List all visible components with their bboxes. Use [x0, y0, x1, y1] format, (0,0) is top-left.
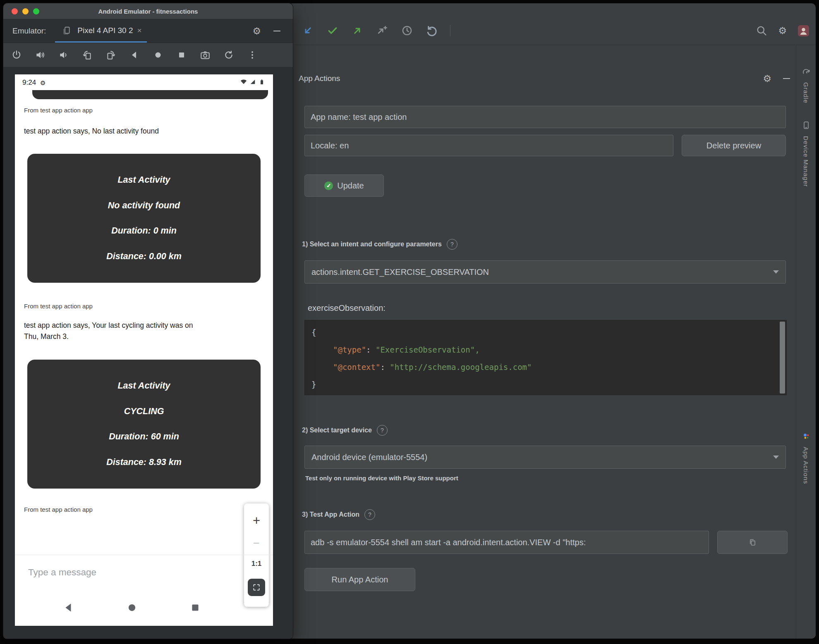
snapshot-icon[interactable]	[223, 49, 235, 61]
tool-tab-app-actions[interactable]: App Actions	[796, 429, 816, 484]
status-gear-icon: ⚙	[40, 80, 46, 86]
tab-row-icons: ⚙	[252, 26, 284, 36]
code-string: "http://schema.googleapis.com"	[390, 363, 532, 372]
studio-main-toolbar	[301, 17, 450, 44]
tool-tab-device-manager[interactable]: Device Manager	[796, 119, 816, 187]
push-arrow-icon[interactable]	[351, 24, 364, 37]
minimize-window-button[interactable]	[22, 8, 29, 14]
run-app-action-label: Run App Action	[332, 575, 388, 584]
card-line: Distance: 0.00 km	[106, 251, 182, 262]
update-button[interactable]: ✓ Update	[304, 174, 384, 197]
search-icon[interactable]	[755, 24, 768, 37]
adb-command-field[interactable]	[304, 531, 709, 554]
gradle-tab-label: Gradle	[802, 82, 809, 103]
emulator-label: Emulator:	[12, 26, 46, 36]
chevron-down-icon	[773, 456, 779, 459]
intent-dropdown[interactable]: actions.intent.GET_EXERCISE_OBSERVATION	[304, 260, 786, 284]
volume-up-icon[interactable]	[34, 49, 46, 61]
message-from-label: From test app action app	[24, 506, 93, 513]
device-note: Test only on running device with Play St…	[305, 475, 458, 482]
pull-down-arrow-icon[interactable]	[301, 24, 314, 37]
delete-preview-button[interactable]: Delete preview	[682, 135, 786, 156]
close-icon[interactable]: ×	[137, 26, 141, 35]
last-activity-card: Last Activity No activity found Duration…	[27, 154, 261, 283]
device-frame-icon	[60, 24, 73, 37]
settings-gear-icon[interactable]: ⚙	[778, 26, 787, 36]
editor-scrollbar[interactable]	[780, 322, 785, 394]
device-manager-tab-label: Device Manager	[802, 136, 809, 187]
rotate-right-icon[interactable]	[105, 49, 117, 61]
undo-icon[interactable]	[425, 24, 438, 37]
app-actions-tab-label: App Actions	[802, 447, 809, 484]
code-line: {	[311, 324, 774, 341]
emulator-minimize-icon[interactable]	[273, 31, 280, 32]
card-line: No activity found	[108, 200, 180, 211]
intent-dropdown-value: actions.intent.GET_EXERCISE_OBSERVATION	[311, 267, 489, 277]
phone-status-bar: 9:24 ⚙	[15, 74, 273, 91]
push-new-arrow-icon[interactable]	[376, 24, 389, 37]
emulator-control-toolbar	[3, 43, 293, 67]
emulator-settings-gear-icon[interactable]: ⚙	[252, 26, 261, 36]
gradle-elephant-icon	[800, 65, 813, 78]
window-title: Android Emulator - fitnessactions	[3, 8, 293, 15]
tool-tab-gradle[interactable]: Gradle	[796, 65, 816, 103]
fit-to-window-button[interactable]	[248, 579, 265, 596]
avatar[interactable]	[797, 24, 810, 37]
more-options-icon[interactable]	[247, 49, 258, 61]
last-activity-card: Last Activity CYCLING Duration: 60 min D…	[27, 360, 261, 489]
tab-pixel-4-api-30[interactable]: Pixel 4 API 30 2 ×	[55, 19, 146, 43]
panel-minimize-icon[interactable]	[783, 78, 790, 79]
status-time: 9:24	[22, 79, 36, 87]
screenshot-root: ⚙ App Actions ⚙ Delete preview ✓ Update …	[0, 0, 819, 644]
emulator-window: Android Emulator - fitnessactions Emulat…	[3, 3, 293, 639]
emulator-body: 9:24 ⚙ From test app action app test app…	[3, 67, 293, 639]
message-input[interactable]	[27, 559, 207, 586]
message-input-divider	[15, 555, 273, 555]
volume-down-icon[interactable]	[58, 49, 69, 61]
rotate-left-icon[interactable]	[81, 49, 93, 61]
section-3-help-icon[interactable]: ?	[364, 509, 375, 520]
emulator-titlebar: Android Emulator - fitnessactions	[3, 3, 293, 19]
zoom-in-button[interactable]: +	[253, 514, 260, 527]
locale-field[interactable]	[304, 135, 673, 156]
nav-overview-icon[interactable]	[189, 601, 201, 614]
wifi-icon	[240, 78, 247, 87]
message-text: test app action says, No last activity f…	[24, 126, 159, 137]
overview-icon[interactable]	[176, 49, 187, 61]
section-1-help-icon[interactable]: ?	[447, 239, 457, 250]
nav-home-icon[interactable]	[126, 601, 138, 614]
phone-screen: 9:24 ⚙ From test app action app test app…	[15, 74, 273, 626]
close-window-button[interactable]	[12, 8, 18, 14]
studio-toolbar-right: ⚙	[755, 17, 810, 44]
zoom-out-button[interactable]: −	[253, 538, 260, 549]
nav-back-icon[interactable]	[62, 601, 75, 614]
commit-check-icon[interactable]	[326, 24, 339, 37]
code-line: }	[311, 376, 774, 393]
history-clock-icon[interactable]	[400, 24, 414, 37]
panel-title: App Actions	[299, 74, 340, 83]
tab-label: Pixel 4 API 30 2	[77, 26, 133, 35]
card-line: CYCLING	[124, 406, 164, 417]
app-name-field[interactable]	[304, 106, 786, 128]
zoom-window-button[interactable]	[33, 8, 39, 14]
intent-parameters-editor[interactable]: { "@type": "ExerciseObservation", "@cont…	[304, 320, 787, 395]
message-from-label: From test app action app	[24, 107, 93, 114]
panel-gear-icon[interactable]: ⚙	[763, 74, 771, 83]
power-icon[interactable]	[11, 49, 22, 61]
code-key: "@type"	[333, 345, 366, 354]
partial-card-top	[32, 90, 268, 99]
camera-icon[interactable]	[199, 49, 211, 61]
home-icon[interactable]	[152, 49, 164, 61]
app-actions-panel-header: App Actions ⚙	[299, 69, 790, 88]
copy-command-button[interactable]	[717, 531, 788, 554]
section-2-help-icon[interactable]: ?	[377, 425, 388, 436]
emulator-tab-row: Emulator: Pixel 4 API 30 2 × ⚙	[3, 19, 293, 43]
device-dropdown[interactable]: Android device (emulator-5554)	[304, 446, 786, 469]
back-icon[interactable]	[129, 49, 140, 61]
card-line: Duration: 0 min	[111, 226, 177, 236]
panel-header-icons: ⚙	[763, 74, 790, 83]
zoom-ratio-button[interactable]: 1:1	[251, 560, 262, 568]
run-app-action-button[interactable]: Run App Action	[304, 568, 415, 591]
card-line: Duration: 60 min	[109, 432, 179, 442]
traffic-lights	[3, 8, 39, 14]
